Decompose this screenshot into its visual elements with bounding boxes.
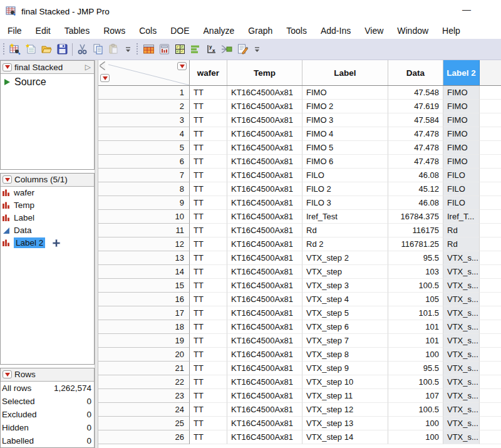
row-number-cell[interactable]: 4: [98, 127, 190, 141]
run-script-button[interactable]: [219, 41, 235, 57]
cell-data[interactable]: 47.478: [388, 127, 443, 141]
cell-data[interactable]: 101: [388, 334, 443, 348]
cell-label-2[interactable]: FIMO: [443, 155, 480, 169]
row-number-cell[interactable]: 9: [98, 196, 190, 210]
cell-data[interactable]: 116175: [388, 224, 443, 237]
cell-data[interactable]: 45.12: [388, 182, 443, 196]
column-item-wafer[interactable]: wafer: [1, 187, 94, 199]
row-number-cell[interactable]: 18: [98, 320, 190, 334]
cell-wafer[interactable]: TT: [190, 375, 227, 389]
cell-data[interactable]: 116781.25: [388, 237, 443, 251]
cell-label[interactable]: FILO 3: [302, 196, 388, 210]
cell-wafer[interactable]: TT: [190, 293, 227, 306]
cell-label-2[interactable]: VTX_s...: [443, 251, 480, 265]
cell-label[interactable]: VTX_step 7: [302, 334, 388, 348]
cell-temp[interactable]: KT16C4500Ax81: [227, 141, 302, 155]
cell-temp[interactable]: KT16C4500Ax81: [227, 306, 302, 320]
cell-temp[interactable]: KT16C4500Ax81: [227, 169, 302, 182]
cell-wafer[interactable]: TT: [190, 389, 227, 403]
row-number-cell[interactable]: 24: [98, 403, 190, 417]
cell-wafer[interactable]: TT: [190, 417, 227, 430]
menu-item-analyze[interactable]: Analyze: [197, 24, 242, 38]
menu-item-tools[interactable]: Tools: [279, 24, 314, 38]
toolbar-grip[interactable]: [3, 43, 6, 56]
cell-label[interactable]: VTX_step: [302, 265, 388, 279]
rows-red-triangle-icon[interactable]: [100, 74, 110, 82]
cell-data[interactable]: 100: [388, 430, 443, 444]
cell-label-2[interactable]: VTX_s...: [443, 389, 480, 403]
row-number-cell[interactable]: 6: [98, 155, 190, 169]
row-number-cell[interactable]: 26: [98, 430, 190, 444]
menu-item-doe[interactable]: DOE: [163, 24, 196, 38]
cell-label-2[interactable]: FIMO: [443, 100, 480, 113]
cell-wafer[interactable]: TT: [190, 155, 227, 169]
row-number-cell[interactable]: 8: [98, 182, 190, 196]
cell-label-2[interactable]: FIMO: [443, 86, 480, 100]
cell-wafer[interactable]: TT: [190, 196, 227, 210]
cell-label-2[interactable]: VTX_s...: [443, 306, 480, 320]
cut-button[interactable]: [75, 41, 90, 57]
cell-temp[interactable]: KT16C4500Ax81: [227, 348, 302, 362]
cell-label[interactable]: VTX_step 3: [302, 279, 388, 293]
cell-data[interactable]: 100.5: [388, 375, 443, 389]
cell-label[interactable]: VTX_step 10: [302, 375, 388, 389]
source-item[interactable]: Source: [1, 74, 94, 88]
cell-label-2[interactable]: VTX_s...: [443, 375, 480, 389]
menu-item-rows[interactable]: Rows: [96, 24, 132, 38]
cell-temp[interactable]: KT16C4500Ax81: [227, 389, 302, 403]
cell-data[interactable]: 101.5: [388, 306, 443, 320]
cell-data[interactable]: 95.5: [388, 362, 443, 375]
cell-wafer[interactable]: TT: [190, 306, 227, 320]
cell-wafer[interactable]: TT: [190, 100, 227, 113]
cell-label[interactable]: FIMO 6: [302, 155, 388, 169]
row-number-cell[interactable]: 11: [98, 224, 190, 237]
row-number-cell[interactable]: 12: [98, 237, 190, 251]
cell-temp[interactable]: KT16C4500Ax81: [227, 113, 302, 127]
cell-temp[interactable]: KT16C4500Ax81: [227, 320, 302, 334]
row-number-cell[interactable]: 23: [98, 389, 190, 403]
cell-temp[interactable]: KT16C4500Ax81: [227, 403, 302, 417]
row-number-cell[interactable]: 2: [98, 100, 190, 113]
new-journal-button[interactable]: [23, 41, 39, 57]
menu-item-file[interactable]: File: [1, 24, 29, 38]
chevron-right-icon[interactable]: ▷: [85, 63, 92, 71]
paste-button[interactable]: [106, 41, 121, 57]
cell-label-2[interactable]: VTX_s...: [443, 334, 480, 348]
cell-label-2[interactable]: VTX_s...: [443, 430, 480, 444]
fit-group-button[interactable]: [172, 41, 188, 57]
cell-temp[interactable]: KT16C4500Ax81: [227, 417, 302, 430]
cell-label[interactable]: VTX_step 5: [302, 306, 388, 320]
cell-label-2[interactable]: Rd: [443, 237, 480, 251]
menu-item-tables[interactable]: Tables: [58, 24, 96, 38]
cell-data[interactable]: 47.619: [388, 100, 443, 113]
cell-label-2[interactable]: FIMO: [443, 113, 480, 127]
script-editor-button[interactable]: [235, 41, 250, 57]
cell-wafer[interactable]: TT: [190, 86, 227, 100]
cell-wafer[interactable]: TT: [190, 430, 227, 444]
cell-label-2[interactable]: VTX_s...: [443, 279, 480, 293]
row-number-cell[interactable]: 19: [98, 334, 190, 348]
cell-label[interactable]: FILO: [302, 169, 388, 182]
cell-label[interactable]: FIMO 4: [302, 127, 388, 141]
cell-wafer[interactable]: TT: [190, 265, 227, 279]
cell-data[interactable]: 47.584: [388, 113, 443, 127]
cell-wafer[interactable]: TT: [190, 403, 227, 417]
cell-label[interactable]: FIMO 2: [302, 100, 388, 113]
cell-data[interactable]: 100: [388, 417, 443, 430]
row-number-cell[interactable]: 25: [98, 417, 190, 430]
menu-item-window[interactable]: Window: [390, 24, 435, 38]
toolbar-overflow-icon[interactable]: [253, 41, 261, 57]
cell-label-2[interactable]: VTX_s...: [443, 320, 480, 334]
cell-temp[interactable]: KT16C4500Ax81: [227, 224, 302, 237]
collapse-triangle-icon[interactable]: [100, 62, 105, 70]
cell-label[interactable]: VTX_step 6: [302, 320, 388, 334]
cell-temp[interactable]: KT16C4500Ax81: [227, 430, 302, 444]
row-number-cell[interactable]: 20: [98, 348, 190, 362]
toolbar-grip[interactable]: [136, 43, 139, 56]
menu-item-edit[interactable]: Edit: [29, 24, 58, 38]
cell-label-2[interactable]: VTX_s...: [443, 293, 480, 306]
toolbar-overflow-icon[interactable]: [124, 41, 132, 57]
cell-label[interactable]: Rd 2: [302, 237, 388, 251]
cell-wafer[interactable]: TT: [190, 320, 227, 334]
column-item-label-2[interactable]: Label 2: [1, 237, 94, 249]
